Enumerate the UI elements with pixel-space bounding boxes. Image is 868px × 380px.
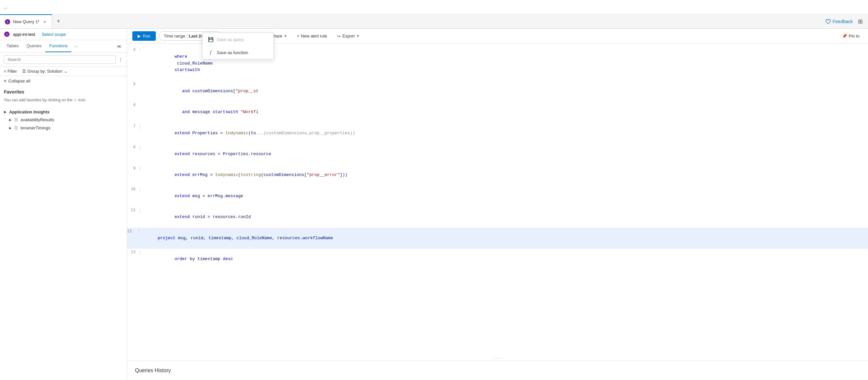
add-tab-button[interactable]: +: [52, 14, 65, 28]
filter-button[interactable]: ▿ Filter: [4, 69, 17, 74]
tab-label: New Query 1*: [13, 19, 39, 24]
group-by-button[interactable]: ☰ Group by: Solution ⌄: [22, 69, 67, 74]
run-icon: ▶: [137, 34, 141, 38]
app-insights-header[interactable]: ▶ Application Insights: [4, 108, 123, 116]
svg-text:λ: λ: [7, 20, 8, 24]
code-6-indent: [172, 109, 182, 115]
run-button[interactable]: ▶ Run: [132, 31, 156, 41]
active-tab[interactable]: λ New Query 1* ×: [0, 14, 52, 28]
scope-name: appi-int-test: [13, 32, 35, 37]
filter-icon: ▿: [4, 69, 6, 74]
save-function-icon: f: [208, 50, 214, 55]
app-insights-section: ▶ Application Insights ▶ ☷ availabilityR…: [4, 106, 123, 134]
main-area: λ appi-int-test Select scope Tables Quer…: [0, 29, 868, 380]
code-5-custom: customDimensions[: [190, 89, 235, 94]
layout-icon[interactable]: ⊞: [858, 18, 863, 25]
code-line-6: 6 and message startswith "Workfl: [127, 102, 868, 123]
save-as-function-item[interactable]: f Save as function: [203, 46, 274, 59]
code-11-runid: runid = resources.runId: [190, 215, 251, 219]
line-num-4: 4: [127, 46, 139, 53]
str-prop-error: "prop__error": [307, 172, 340, 177]
code-12-fields: msg, runid, timestamp, cloud_RoleName, r…: [175, 235, 333, 241]
new-alert-label: New alert rule: [301, 34, 327, 38]
favorites-hint: You can add favorites by clicking on the…: [4, 97, 123, 103]
run-label: Run: [143, 34, 151, 38]
code-line-5: 5 and customDimensions["prop__st: [127, 81, 868, 102]
save-as-query-item[interactable]: 💾 Save as query: [203, 33, 274, 46]
kw-extend-9: extend: [175, 172, 190, 177]
code-5-and: [172, 89, 182, 94]
save-as-query-label: Save as query: [217, 37, 244, 42]
line-content-5: and customDimensions["prop__st: [142, 81, 868, 101]
tab-close-button[interactable]: ×: [42, 19, 47, 25]
group-label: Group by: Solution: [27, 69, 63, 74]
search-more-icon[interactable]: ⋮: [118, 57, 123, 62]
code-6-message: message: [190, 109, 213, 115]
export-button[interactable]: ↪ Export ▼: [334, 32, 363, 41]
app-insights-title: Application Insights: [9, 109, 50, 115]
line-content-11: extend runid = resources.runId: [144, 207, 868, 227]
new-alert-button[interactable]: + New alert rule: [294, 32, 331, 40]
line-content-7: extend Properties = todynamic(to...(cust…: [144, 123, 868, 144]
kw-and-6: and: [182, 109, 190, 115]
tab-bar: λ New Query 1* × + Feedback ⊞: [0, 14, 868, 29]
line-num-13: 13: [127, 249, 139, 255]
feedback-button[interactable]: Feedback: [825, 19, 853, 25]
code-line-8: 8 | extend resources = Properties.resour…: [127, 144, 868, 165]
top-bar: ...: [0, 0, 868, 14]
keyword-startswith: startswith: [175, 67, 200, 72]
table-item-browsertimings[interactable]: ▶ ☷ browserTimings: [4, 124, 123, 132]
sidebar-tab-more[interactable]: ···: [71, 40, 81, 52]
sidebar-tabs: Tables Queries Functions ··· ≪: [0, 40, 127, 53]
queries-history-section: Queries History: [127, 361, 868, 380]
table-chevron-icon: ▶: [9, 118, 12, 122]
sidebar-tab-tables[interactable]: Tables: [3, 40, 23, 52]
fn-todynamic-9: todynamic: [215, 172, 238, 177]
pin-icon: 📌: [842, 34, 847, 38]
tab-icon-purple: λ: [5, 19, 10, 25]
kw-and-5: and: [182, 89, 190, 94]
pin-button[interactable]: 📌 Pin to: [839, 32, 863, 40]
favorites-title: Favorites: [4, 89, 123, 95]
favorites-section: Favorites You can add favorites by click…: [4, 86, 123, 106]
line-pipe-5: [139, 81, 142, 82]
save-query-icon: 💾: [208, 37, 214, 42]
code-line-12: 12 | project msg, runid, timestamp, clou…: [127, 228, 868, 249]
line-num-8: 8: [127, 144, 139, 151]
line-pipe-6: [139, 102, 142, 102]
sidebar-collapse-button[interactable]: ≪: [114, 41, 124, 52]
line-content-13: order by timestamp desc: [144, 249, 868, 269]
table-item-availabilityresults[interactable]: ▶ ☷ availabilityResults: [4, 116, 123, 124]
filter-bar: ▿ Filter ☰ Group by: Solution ⌄: [0, 67, 127, 76]
kw-order-13: order: [175, 256, 187, 261]
collapse-all-button[interactable]: ≡ Collapse all: [0, 76, 127, 86]
scope-bar: λ appi-int-test Select scope: [0, 29, 127, 40]
export-caret-icon: ▼: [356, 34, 360, 38]
save-as-function-label: Save as function: [217, 50, 248, 55]
line-pipe-8: |: [139, 144, 144, 151]
code-editor[interactable]: 4 | where cloud_RoleName startswith 5 an…: [127, 44, 868, 380]
new-alert-plus-icon: +: [297, 34, 300, 38]
line-num-12: 12: [127, 229, 135, 234]
code-line-7: 7 | extend Properties = todynamic(to...(…: [127, 123, 868, 144]
collapse-all-icon: ≡: [4, 78, 6, 84]
feedback-label: Feedback: [833, 19, 853, 24]
select-scope-link[interactable]: Select scope: [42, 32, 66, 37]
sidebar-tab-functions[interactable]: Functions: [45, 40, 71, 52]
code-13-by: by timestamp: [187, 256, 223, 261]
collapse-all-label: Collapse all: [8, 78, 30, 84]
sidebar-tab-queries[interactable]: Queries: [23, 40, 45, 52]
table-item-label-2: browserTimings: [21, 125, 50, 130]
queries-history-title: Queries History: [135, 368, 860, 374]
line-content-6: and message startswith "Workfl: [142, 102, 868, 122]
sidebar-scroll-area: Favorites You can add favorites by click…: [0, 86, 127, 380]
code-line-11: 11 | extend runid = resources.runId: [127, 207, 868, 227]
heart-icon: [825, 19, 831, 25]
line-num-6: 6: [127, 102, 139, 108]
search-input[interactable]: [4, 55, 116, 64]
line-content-8: extend resources = Properties.resource: [144, 144, 868, 164]
kw-project-12: project: [158, 235, 176, 241]
line-pipe-7: |: [139, 123, 144, 130]
keyword-where: where: [175, 54, 187, 59]
str-workfl: "Workfl: [241, 109, 258, 115]
